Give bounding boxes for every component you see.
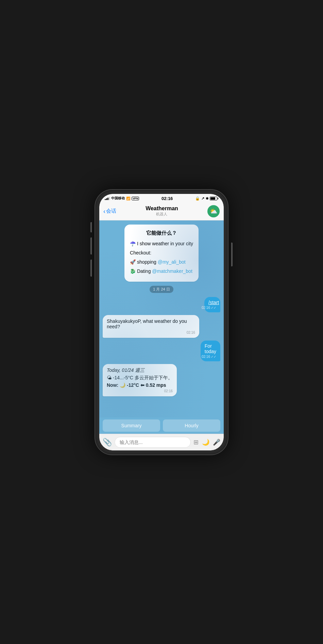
microphone-icon[interactable]: 🎤 <box>213 439 220 446</box>
current-temp: -12°C <box>127 382 139 388</box>
chat-area: 它能做什么？ ☂️ I show weather in your city Ch… <box>99 220 224 417</box>
chevron-left-icon: ‹ <box>103 208 105 214</box>
signal-bar-1 <box>105 199 106 200</box>
start-timestamp: 02:16 <box>202 306 210 310</box>
signal-bar-4 <box>109 197 110 200</box>
welcome-line1: ☂️ I show weather in your city <box>130 240 193 247</box>
input-bar: 📎 ⊞ 🌙 🎤 <box>99 434 224 450</box>
welcome-dating-line: 🐉 Dating @matchmaker_bot <box>130 268 193 275</box>
back-button[interactable]: ‹ 会话 <box>103 208 116 214</box>
now-label: Now: <box>107 382 118 388</box>
location-icon: ↗ <box>201 196 204 201</box>
dating-link[interactable]: @matchmaker_bot <box>152 268 192 274</box>
fortoday-timestamp: 02:16 <box>202 355 210 359</box>
wind-arrow-icon: ⬅ <box>140 382 144 388</box>
weather-time: 02:16 <box>107 389 173 393</box>
bot-reply1-bubble: ShakuyakukyoP, what weather do you need?… <box>103 315 199 338</box>
bluetooth-icon: ✱ <box>206 197 208 200</box>
volume-down-button[interactable] <box>90 260 92 277</box>
date-separator: 1 月 24 日 <box>150 286 173 293</box>
signal-bar-3 <box>107 198 108 200</box>
dating-emoji: 🐉 Dating <box>130 268 152 274</box>
fortoday-text: For today <box>205 343 216 354</box>
phone-frame: 中国移动 📶 VPN 02:16 🔒 ↗ ✱ <box>95 190 228 455</box>
weather-line3: Now: 🌙 -12°C ⬅ 0.52 mps <box>107 382 173 388</box>
chat-subtitle: 机器人 <box>146 212 178 217</box>
quick-replies-bar: Summary Hourly <box>99 417 224 434</box>
phone-screen: 中国移动 📶 VPN 02:16 🔒 ↗ ✱ <box>99 194 224 450</box>
shopping-emoji: 🚀 shopping <box>130 259 158 265</box>
back-label: 会话 <box>106 208 116 214</box>
start-check-icon: ✓✓ <box>211 306 216 310</box>
status-time: 02:16 <box>162 196 173 201</box>
start-message-container: /start 02:16 ✓✓ <box>198 297 220 312</box>
message-input[interactable] <box>115 437 191 448</box>
attach-icon[interactable]: 📎 <box>103 438 112 447</box>
fortoday-time: 02:16 ✓✓ <box>205 355 216 359</box>
weather-line1: Today, 01/24 週三 <box>107 367 173 374</box>
wifi-icon: 📶 <box>126 197 130 200</box>
emoji-icon[interactable]: 🌙 <box>202 439 209 446</box>
start-time: 02:16 ✓✓ <box>208 306 216 310</box>
status-bar: 中国移动 📶 VPN 02:16 🔒 ↗ ✱ <box>99 194 224 202</box>
shopping-link[interactable]: @my_ali_bot <box>158 259 186 265</box>
welcome-bubble: 它能做什么？ ☂️ I show weather in your city Ch… <box>124 225 199 282</box>
screen-content: 中国移动 📶 VPN 02:16 🔒 ↗ ✱ <box>99 194 224 450</box>
weather-line2: 🌤 -14...-5°C 多云开始于下午。 <box>107 375 173 381</box>
mute-button[interactable] <box>90 222 92 232</box>
weather-date: Today, 01/24 週三 <box>107 367 144 373</box>
welcome-title: 它能做什么？ <box>130 229 193 237</box>
fortoday-container: For today 02:16 ✓✓ <box>192 341 220 361</box>
weather-bubble: Today, 01/24 週三 🌤 -14...-5°C 多云开始于下午。 No… <box>103 364 177 396</box>
signal-bar-2 <box>106 198 107 200</box>
bot-reply1-time: 02:16 <box>107 331 195 334</box>
battery-indicator <box>210 197 218 200</box>
wind-speed: 0.52 mps <box>146 382 166 388</box>
power-button[interactable] <box>231 243 233 266</box>
status-right: 🔒 ↗ ✱ <box>195 196 218 201</box>
chat-title: Weatherman <box>146 205 178 212</box>
start-bubble: /start 02:16 ✓✓ <box>204 297 220 312</box>
start-text: /start <box>208 300 219 305</box>
carrier-label: 中国移动 <box>111 196 125 201</box>
lock-icon: 🔒 <box>195 196 200 201</box>
status-left: 中国移动 📶 VPN <box>105 196 139 201</box>
bot-reply1-text: ShakuyakukyoP, what weather do you need? <box>107 318 187 329</box>
bot-avatar[interactable]: ⛅ <box>207 205 220 217</box>
summary-button[interactable]: Summary <box>103 419 160 432</box>
welcome-shopping-line: 🚀 shopping @my_ali_bot <box>130 259 193 266</box>
sticker-icon[interactable]: ⊞ <box>193 439 199 446</box>
moon-icon: 🌙 <box>120 382 125 388</box>
hourly-button[interactable]: Hourly <box>163 419 220 432</box>
bot-avatar-icon: ⛅ <box>210 208 217 215</box>
vpn-badge: VPN <box>132 197 139 200</box>
navigation-bar: ‹ 会话 Weatherman 机器人 ⛅ <box>99 202 224 220</box>
nav-center: Weatherman 机器人 <box>146 205 178 217</box>
welcome-checkout: Checkout: <box>130 249 193 257</box>
fortoday-bubble: For today 02:16 ✓✓ <box>201 341 220 361</box>
fortoday-check-icon: ✓✓ <box>211 355 216 359</box>
volume-up-button[interactable] <box>90 237 92 254</box>
signal-icon <box>105 197 110 200</box>
input-right-icons: ⊞ 🌙 🎤 <box>193 439 220 446</box>
